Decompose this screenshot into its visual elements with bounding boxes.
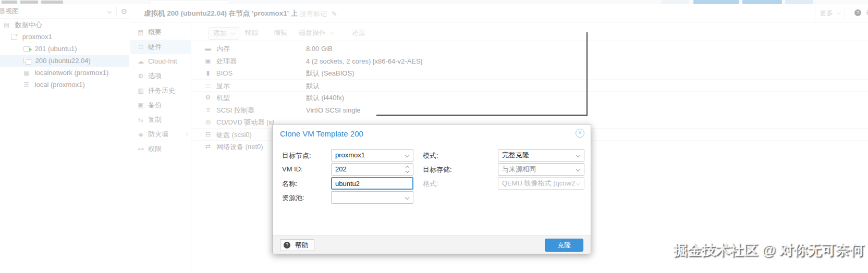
target-storage-label: 目标存储: xyxy=(423,165,452,175)
proxmox-app-window: 服务器视图 ⚙ ▤ 数据中心 ✓ proxmox1 201 (ubuntu1) … xyxy=(0,0,868,273)
dialog-title: Clone VM Template 200 xyxy=(280,129,363,138)
target-storage-select[interactable]: 与来源相同 xyxy=(498,163,584,176)
clone-vm-dialog: Clone VM Template 200 × 目标节点: proxmox1 模… xyxy=(272,124,591,254)
format-select: QEMU 映像格式 (qcow2 xyxy=(498,177,584,190)
chevron-down-icon xyxy=(405,195,409,200)
artifact-line-vertical xyxy=(586,32,588,116)
resource-pool-select[interactable] xyxy=(331,191,413,204)
target-node-select[interactable]: proxmox1 xyxy=(331,149,413,162)
target-node-value: proxmox1 xyxy=(335,151,365,159)
close-icon[interactable]: × xyxy=(576,129,584,138)
vm-id-label: VM ID: xyxy=(282,165,303,173)
chevron-down-icon xyxy=(405,153,409,157)
watermark: 掘金技术社区 @ 对你无可奈何 xyxy=(674,241,864,259)
question-icon: ? xyxy=(284,242,290,249)
chevron-down-icon xyxy=(576,153,580,157)
spinner-down-icon[interactable] xyxy=(406,169,409,173)
chevron-down-icon xyxy=(576,167,580,171)
dialog-footer: ? 帮助 克隆 xyxy=(273,235,591,254)
dialog-help-button[interactable]: ? 帮助 xyxy=(280,239,314,251)
name-label: 名称: xyxy=(282,179,298,189)
vm-id-spinner[interactable]: 202 xyxy=(331,163,413,176)
mode-value: 完整克隆 xyxy=(502,151,529,159)
vm-id-value: 202 xyxy=(335,165,347,173)
dialog-help-label: 帮助 xyxy=(295,241,309,249)
clone-submit-button[interactable]: 克隆 xyxy=(545,239,583,252)
format-value: QEMU 映像格式 (qcow2 xyxy=(502,179,575,187)
mode-select[interactable]: 完整克隆 xyxy=(498,149,584,162)
target-node-label: 目标节点: xyxy=(282,151,311,160)
name-input[interactable] xyxy=(331,177,413,190)
artifact-line-horizontal xyxy=(376,115,588,116)
resource-pool-label: 资源池: xyxy=(282,193,304,203)
chevron-down-icon xyxy=(576,181,580,185)
format-label: 格式: xyxy=(423,179,438,189)
target-storage-value: 与来源相同 xyxy=(502,165,536,173)
mode-label: 模式: xyxy=(423,151,438,160)
